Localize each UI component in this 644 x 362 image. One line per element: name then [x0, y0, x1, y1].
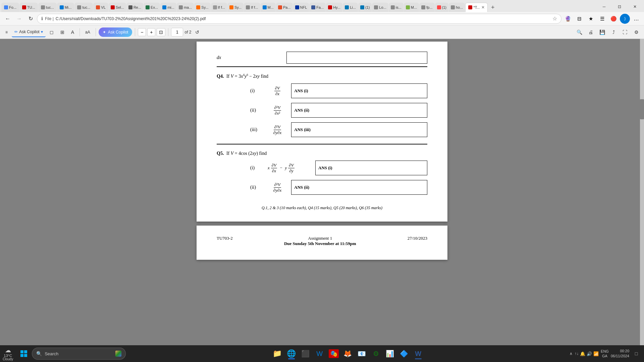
tab-item[interactable]: ma...	[177, 3, 194, 12]
tab-item[interactable]: fp...	[419, 3, 434, 12]
taskbar-search[interactable]: 🔍 Search	[32, 348, 126, 360]
draw-dropdown-icon: ▾	[41, 29, 43, 34]
favorite-icon[interactable]: ☆	[552, 15, 557, 22]
q5-sub1-row: (i) x ∂V ∂x − y ∂V ∂y	[250, 161, 427, 175]
address-bar[interactable]: ℹ File | C:/Users/niall/Downloads/TU703-…	[37, 14, 561, 24]
tab-close-icon[interactable]: ✕	[481, 5, 485, 10]
tab-item[interactable]: VL	[93, 3, 108, 12]
forward-button[interactable]: →	[14, 14, 24, 24]
tab-item[interactable]: M...	[404, 3, 419, 12]
show-hidden-icons[interactable]: ∧	[570, 351, 573, 356]
tab-item[interactable]: (1)	[358, 3, 372, 12]
page-number-input[interactable]	[171, 28, 183, 37]
scrollbar-track[interactable]	[640, 39, 644, 345]
layout-button[interactable]: ⊞	[58, 27, 67, 37]
zoom-minus-button[interactable]: −	[138, 28, 146, 36]
lock-icon: ℹ	[41, 16, 43, 21]
tab-item[interactable]: If f...	[244, 3, 260, 12]
pdf-fullscreen-button[interactable]: ⛶	[620, 27, 630, 37]
pdf-save-button[interactable]: 💾	[597, 27, 607, 37]
scrollbar-thumb[interactable]	[640, 99, 644, 119]
start-button[interactable]	[17, 347, 31, 360]
system-clock[interactable]: 00:20 06/11/2024	[611, 349, 629, 359]
extensions-button[interactable]: 🔴	[608, 14, 619, 24]
taskbar-edge[interactable]: 🌐	[285, 347, 298, 360]
notification-center-button[interactable]: □	[631, 349, 641, 359]
tab-item[interactable]: Pa...	[276, 3, 293, 12]
reload-button[interactable]: ↻	[25, 14, 36, 24]
tab-item[interactable]: Mi...	[57, 3, 74, 12]
favorites-button[interactable]: ★	[586, 14, 596, 24]
collections-button[interactable]: ☰	[597, 14, 607, 24]
pdf-print-button[interactable]: 🖨	[586, 27, 596, 37]
taskbar-app4[interactable]: W	[313, 347, 326, 360]
tab-item[interactable]: Fa...	[309, 3, 326, 12]
taskbar-app5[interactable]: 🎭	[327, 347, 340, 360]
q5-sub1-ans-box: ANS (i)	[315, 161, 427, 175]
rotate-button[interactable]: ↺	[193, 27, 202, 37]
pdf-toolbar: ≡ ✏ Ask Copilot ▾ ◻ ⊞ A aA ✦ Ask Copilot…	[0, 25, 644, 39]
q5-block: Q5. If V = 4cos (2xy) find (i) x ∂V ∂x	[217, 150, 427, 195]
zoom-plus-button[interactable]: +	[147, 28, 155, 36]
tab-item[interactable]: ho...	[449, 3, 465, 12]
q4-block: Q4. If V = 3x4y6 − 2xy find (i) ∂V ∂x AN…	[217, 72, 427, 137]
tab-item[interactable]: tuc...	[38, 3, 57, 12]
tab-item[interactable]: mi...	[160, 3, 176, 12]
tab-item[interactable]: Sy...	[227, 3, 244, 12]
aa-button[interactable]: aA	[83, 27, 93, 37]
tab-item[interactable]: Ex...	[144, 3, 160, 12]
q4-sub1-ans-box: ANS (i)	[291, 83, 427, 98]
svg-rect-1	[24, 350, 27, 353]
tray-icon-1[interactable]: ↑↓	[575, 351, 579, 356]
tray-icon-3[interactable]: 🔊	[587, 351, 592, 356]
taskbar-app10[interactable]: 🔷	[397, 347, 411, 360]
taskbar-word[interactable]: W	[412, 347, 425, 360]
taskbar-terminal[interactable]: ⬛	[299, 347, 312, 360]
language-indicator[interactable]: ENG GA	[601, 349, 609, 359]
tab-item[interactable]: NFL	[293, 3, 309, 12]
tab-item[interactable]: Re...	[126, 3, 143, 12]
tab-item[interactable]: TU...	[19, 3, 38, 12]
taskbar-file-explorer[interactable]: 📁	[271, 347, 284, 360]
tab-item[interactable]: Lo...	[372, 3, 388, 12]
tab-item[interactable]: Fo...	[1, 3, 19, 12]
taskbar-outlook[interactable]: 📧	[355, 347, 369, 360]
taskbar-app6[interactable]: 🦊	[341, 347, 355, 360]
ask-copilot-button[interactable]: ✦ Ask Copilot	[99, 27, 132, 37]
text-button[interactable]: A	[68, 27, 77, 37]
taskbar-app8[interactable]: ⚙	[369, 347, 383, 360]
tab-item[interactable]: Li...	[343, 3, 358, 12]
weather-widget[interactable]: ☁ 13°C Cloudy	[3, 347, 13, 361]
tab-item[interactable]: tuc...	[74, 3, 93, 12]
copilot-button[interactable]: 🔮	[563, 14, 573, 24]
tab-item[interactable]: is...	[389, 3, 404, 12]
tab-item[interactable]: If f...	[211, 3, 227, 12]
erase-button[interactable]: ◻	[47, 27, 56, 37]
tab-item[interactable]: M...	[261, 3, 276, 12]
minimize-button[interactable]: ─	[596, 1, 612, 12]
tab-item[interactable]: (1)	[435, 3, 448, 12]
taskbar-excel[interactable]: 📊	[383, 347, 397, 360]
profile-button[interactable]: ⟩	[620, 14, 630, 24]
tab-active[interactable]: *T... ✕	[465, 3, 488, 12]
pdf-search-button[interactable]: 🔍	[574, 27, 584, 37]
new-tab-button[interactable]: +	[488, 3, 497, 12]
tray-icon-4[interactable]: 📶	[593, 351, 599, 356]
pdf-share-button[interactable]: ⤴	[608, 27, 619, 37]
close-button[interactable]: ✕	[627, 1, 643, 12]
tray-icon-2[interactable]: 🔔	[580, 351, 585, 356]
active-tab-label: *T...	[473, 5, 480, 9]
back-button[interactable]: ←	[3, 14, 13, 24]
svg-rect-2	[20, 354, 23, 357]
tab-item[interactable]: Hy...	[326, 3, 342, 12]
read-aloud-button[interactable]: ≡	[3, 27, 10, 37]
clock-time: 00:20	[611, 349, 629, 354]
split-screen-button[interactable]: ⊟	[574, 14, 584, 24]
more-options-button[interactable]: ...	[631, 14, 641, 24]
draw-button[interactable]: ✏ Ask Copilot ▾	[12, 27, 46, 37]
restore-button[interactable]: ⊡	[612, 1, 627, 12]
tab-item[interactable]: Sy...	[194, 3, 210, 12]
zoom-fit-button[interactable]: ⊡	[157, 28, 165, 36]
tab-item[interactable]: Sel...	[109, 3, 126, 12]
pdf-settings-button[interactable]: ⚙	[631, 27, 641, 37]
